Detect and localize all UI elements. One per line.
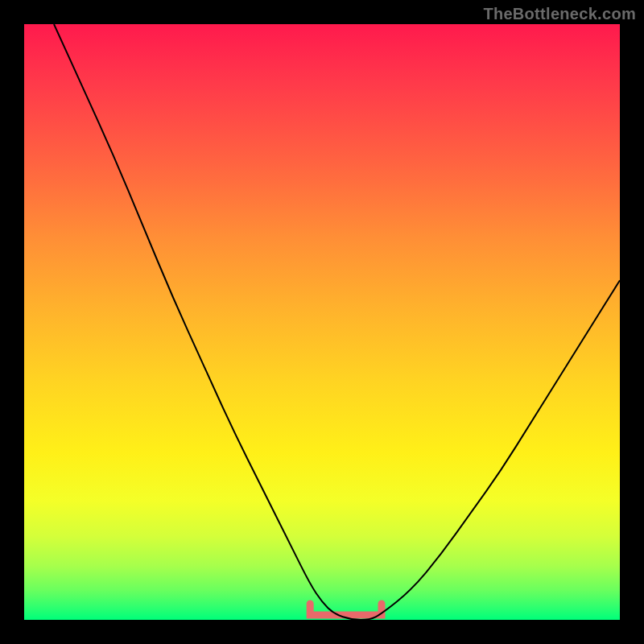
bottleneck-curve xyxy=(54,24,620,620)
curve-layer xyxy=(24,24,620,620)
chart-frame: TheBottleneck.com xyxy=(0,0,644,644)
minimum-marker xyxy=(310,604,382,615)
plot-area xyxy=(24,24,620,620)
watermark-text: TheBottleneck.com xyxy=(483,5,636,23)
